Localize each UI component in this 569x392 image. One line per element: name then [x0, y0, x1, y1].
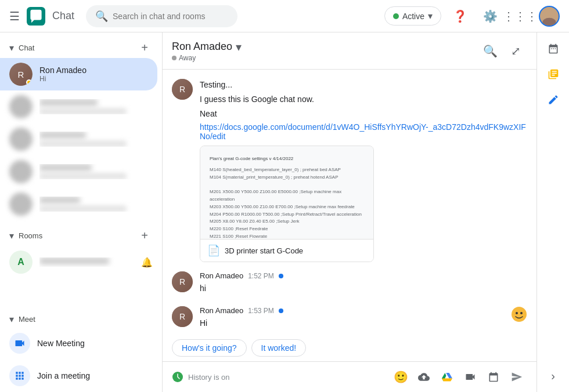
msg-link-doc[interactable]: https://docs.google.com/document/d/1vW4O…	[200, 122, 526, 141]
topbar: ☰ Chat 🔍 Active ▾ ❓ ⚙️ ⋮⋮⋮	[0, 0, 569, 32]
doc-card[interactable]: Plan's great G-code settings v 4/14/2022…	[200, 146, 374, 262]
chat-contact-name: Ron Amadeo ▾	[172, 40, 474, 54]
contact-preview-ron: Hi	[39, 75, 148, 83]
contact-avatar-ron: R	[9, 63, 33, 86]
join-meeting-icon	[9, 365, 30, 386]
chat-item-2[interactable]	[0, 90, 157, 123]
join-meeting-label: Join a meeting	[37, 371, 90, 380]
notification-bell-icon[interactable]: 🔔	[141, 257, 153, 268]
active-dot	[393, 13, 399, 19]
input-area: History is on 🙂	[163, 361, 536, 392]
drive-button[interactable]	[437, 366, 458, 387]
contact-avatar-4	[9, 160, 33, 183]
chat-contact-info: Ron Amadeo ▾ Away	[172, 40, 474, 62]
doc-title: 3D printer start G-Code	[225, 246, 303, 255]
meet-section-chevron[interactable]: ▾	[9, 314, 14, 325]
svg-point-3	[512, 307, 527, 322]
settings-button[interactable]: ⚙️	[478, 5, 502, 28]
chat-panel: Ron Amadeo ▾ Away 🔍 ⤢ R Te	[163, 32, 536, 392]
msg-time-3: 1:53 PM	[248, 307, 274, 315]
msg-content-1: Testing... I guess this is Google chat n…	[200, 79, 527, 262]
messages-area: R Testing... I guess this is Google chat…	[163, 70, 536, 337]
msg-text-hi-2: Hi	[200, 317, 527, 329]
app-title: Chat	[52, 10, 74, 22]
join-meeting-item[interactable]: Join a meeting	[0, 360, 162, 392]
msg-sender-2: Ron Amadeo	[200, 271, 243, 280]
msg-text-neat: Neat	[200, 108, 527, 120]
rooms-section-label: Rooms	[19, 231, 42, 240]
chat-contact-status: Away	[172, 54, 474, 62]
quick-reply-it-worked[interactable]: It worked!	[251, 339, 307, 357]
sidebar: ▾ Chat + R Ron Amadeo Hi	[0, 32, 163, 392]
room-item-a[interactable]: A 🔔	[0, 246, 162, 278]
message-group-1: R Testing... I guess this is Google chat…	[172, 79, 527, 262]
active-label: Active	[402, 12, 424, 21]
contact-dropdown-arrow[interactable]: ▾	[236, 40, 242, 54]
msg-avatar-1: R	[172, 79, 193, 100]
contact-info-ron: Ron Amadeo Hi	[39, 66, 148, 83]
emoji-button[interactable]: 🙂	[390, 366, 411, 387]
msg-header-2: Ron Amadeo 1:52 PM	[200, 271, 527, 280]
contact-avatar-2	[9, 95, 33, 118]
rooms-section-chevron[interactable]: ▾	[9, 230, 14, 241]
chat-section-chevron[interactable]: ▾	[9, 42, 14, 53]
quick-reply-area: How's it going? It worked!	[163, 337, 536, 361]
active-status-badge[interactable]: Active ▾	[384, 6, 441, 26]
contact-info-4	[39, 164, 148, 179]
contact-info-2	[39, 99, 148, 114]
search-bar[interactable]: 🔍	[86, 5, 237, 27]
msg-text-google-chat: I guess this is Google chat now.	[200, 93, 527, 106]
upload-button[interactable]	[413, 366, 434, 387]
chat-item-4[interactable]	[0, 155, 157, 188]
chat-item-3[interactable]	[0, 123, 157, 155]
msg-content-2: Ron Amadeo 1:52 PM hi	[200, 271, 527, 297]
expand-rail-button[interactable]: ›	[542, 364, 565, 387]
chat-header-actions: 🔍 ⤢	[478, 39, 527, 63]
expand-button[interactable]: ⤢	[504, 39, 527, 63]
svg-point-4	[516, 312, 518, 314]
msg-header-3: Ron Amadeo 1:53 PM	[200, 306, 527, 315]
calendar-button[interactable]	[483, 366, 504, 387]
edit-rail-button[interactable]	[542, 88, 565, 111]
user-avatar[interactable]	[539, 6, 560, 27]
quick-reply-hows-it-going[interactable]: How's it going?	[172, 339, 247, 357]
doc-card-footer: 📄 3D printer start G-Code	[200, 239, 373, 262]
send-button[interactable]	[506, 366, 527, 387]
room-avatar-a: A	[9, 251, 33, 274]
add-chat-button[interactable]: +	[136, 39, 153, 56]
search-icon: 🔍	[95, 10, 108, 23]
add-room-button[interactable]: +	[136, 227, 153, 244]
calendar-rail-button[interactable]	[542, 37, 565, 60]
search-chat-button[interactable]: 🔍	[478, 39, 502, 63]
contact-info-5	[39, 197, 148, 212]
msg-online-dot-3	[279, 308, 283, 313]
rooms-section-header: ▾ Rooms +	[0, 220, 162, 246]
msg-sender-3: Ron Amadeo	[200, 306, 243, 315]
contact-status-dot	[172, 56, 177, 60]
right-rail: ›	[536, 32, 569, 392]
doc-preview: Plan's great G-code settings v 4/14/2022…	[200, 146, 373, 239]
msg-content-3: Ron Amadeo 1:53 PM Hi	[200, 306, 527, 332]
svg-point-2	[542, 17, 556, 26]
chat-item-5[interactable]	[0, 188, 157, 220]
apps-button[interactable]: ⋮⋮⋮	[509, 5, 532, 28]
help-button[interactable]: ❓	[448, 5, 471, 28]
hamburger-menu[interactable]: ☰	[9, 9, 20, 23]
chevron-down-icon: ▾	[428, 10, 433, 21]
msg-text-testing: Testing...	[200, 79, 527, 91]
msg-time-2: 1:52 PM	[248, 272, 274, 280]
chat-section-header: ▾ Chat +	[0, 32, 162, 58]
msg-online-dot-2	[279, 274, 283, 278]
svg-point-1	[545, 10, 553, 18]
google-chat-logo	[27, 7, 45, 26]
doc-icon: 📄	[207, 244, 220, 257]
tasks-rail-button[interactable]	[542, 63, 565, 86]
message-reaction	[511, 306, 527, 324]
new-meeting-item[interactable]: New Meeting	[0, 327, 162, 360]
meet-button[interactable]	[460, 366, 481, 387]
contact-avatar-5	[9, 193, 33, 216]
search-input[interactable]	[113, 12, 228, 21]
history-label: History is on	[188, 373, 230, 382]
svg-point-5	[520, 312, 523, 314]
chat-item-ron-amadeo[interactable]: R Ron Amadeo Hi	[0, 58, 157, 90]
